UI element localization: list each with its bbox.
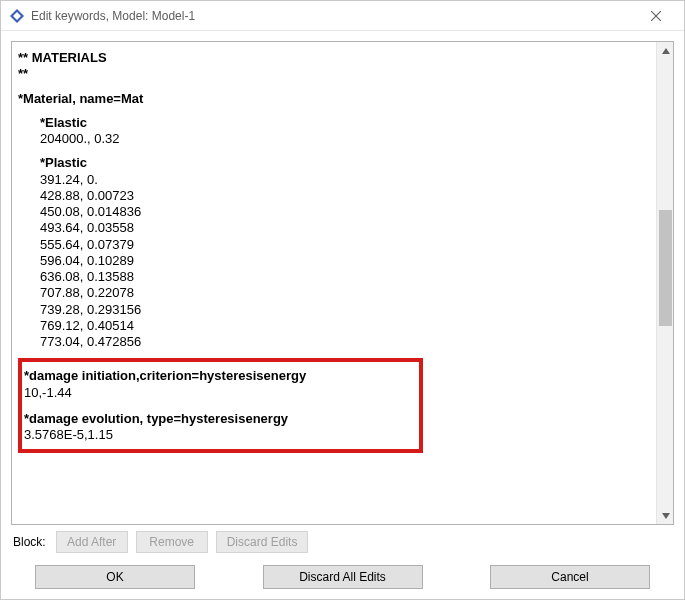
plastic-data-row: 450.08, 0.014836 — [40, 204, 650, 220]
dialog-window: Edit keywords, Model: Model-1 ** MATERIA… — [0, 0, 685, 600]
damage-evo-data: 3.5768E-5,1.15 — [24, 427, 413, 443]
plastic-data-row: 739.28, 0.293156 — [40, 302, 650, 318]
app-icon — [9, 8, 25, 24]
add-after-button: Add After — [56, 531, 128, 553]
kw-elastic: *Elastic — [40, 115, 650, 131]
damage-init-data: 10,-1.44 — [24, 385, 413, 401]
discard-all-edits-button[interactable]: Discard All Edits — [263, 565, 423, 589]
window-close-button[interactable] — [636, 2, 676, 30]
user-highlight-box: *damage initiation,criterion=hysteresise… — [18, 358, 423, 453]
plastic-data-row: 636.08, 0.13588 — [40, 269, 650, 285]
cancel-button[interactable]: Cancel — [490, 565, 650, 589]
plastic-data-row: 493.64, 0.03558 — [40, 220, 650, 236]
plastic-data-row: 769.12, 0.40514 — [40, 318, 650, 334]
remove-button: Remove — [136, 531, 208, 553]
kw-materials-header: ** MATERIALS — [18, 50, 650, 66]
kw-comment: ** — [18, 66, 650, 82]
plastic-data-row: 391.24, 0. — [40, 172, 650, 188]
discard-edits-button: Discard Edits — [216, 531, 309, 553]
dialog-footer: OK Discard All Edits Cancel — [1, 559, 684, 599]
elastic-data: 204000., 0.32 — [40, 131, 650, 147]
kw-material: *Material, name=Mat — [18, 91, 650, 107]
editor-content[interactable]: ** MATERIALS ** *Material, name=Mat *Ela… — [12, 42, 656, 524]
kw-plastic: *Plastic — [40, 155, 650, 171]
titlebar: Edit keywords, Model: Model-1 — [1, 1, 684, 31]
dialog-body: ** MATERIALS ** *Material, name=Mat *Ela… — [1, 31, 684, 559]
window-title: Edit keywords, Model: Model-1 — [31, 9, 636, 23]
editor-scrollbar[interactable] — [656, 42, 673, 524]
scroll-up-icon[interactable] — [657, 42, 674, 59]
ok-button[interactable]: OK — [35, 565, 195, 589]
kw-damage-evolution: *damage evolution, type=hysteresisenergy — [24, 411, 413, 427]
plastic-data-row: 773.04, 0.472856 — [40, 334, 650, 350]
plastic-data-row: 596.04, 0.10289 — [40, 253, 650, 269]
plastic-data-block: 391.24, 0. 428.88, 0.00723 450.08, 0.014… — [40, 172, 650, 351]
block-label: Block: — [13, 535, 46, 549]
keyword-editor[interactable]: ** MATERIALS ** *Material, name=Mat *Ela… — [11, 41, 674, 525]
block-controls: Block: Add After Remove Discard Edits — [11, 525, 674, 555]
plastic-data-row: 555.64, 0.07379 — [40, 237, 650, 253]
plastic-data-row: 707.88, 0.22078 — [40, 285, 650, 301]
kw-damage-initiation: *damage initiation,criterion=hysteresise… — [24, 368, 413, 384]
scroll-down-icon[interactable] — [657, 507, 674, 524]
svg-marker-4 — [662, 48, 670, 54]
svg-marker-5 — [662, 513, 670, 519]
scroll-thumb[interactable] — [659, 210, 672, 326]
plastic-data-row: 428.88, 0.00723 — [40, 188, 650, 204]
